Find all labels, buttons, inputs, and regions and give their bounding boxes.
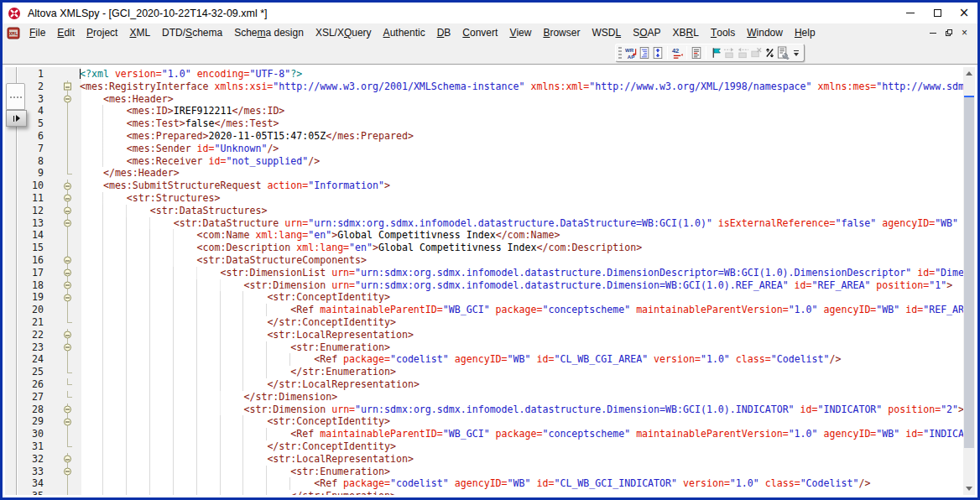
text-view-settings-button[interactable]	[776, 45, 790, 60]
code-line[interactable]: 9 </mes:Header>	[18, 167, 963, 180]
code-text[interactable]: <str:LocalRepresentation>	[80, 329, 963, 341]
fold-toggle-icon[interactable]	[64, 257, 71, 264]
document-close-button[interactable]: ×	[957, 26, 972, 39]
code-text[interactable]: <str:DataStructureComponents>	[80, 254, 963, 267]
menu-convert[interactable]: Convert	[456, 23, 503, 42]
code-line[interactable]: 18 <str:Dimension urn="urn:sdmx:org.sdmx…	[18, 279, 963, 292]
toggle-folds-button[interactable]	[763, 45, 776, 60]
wrap-column-button[interactable]	[651, 45, 665, 60]
menu-wsdl[interactable]: WSDL	[586, 23, 627, 42]
code-text[interactable]: <mes:Prepared>2020-11-05T15:47:05Z</mes:…	[80, 130, 963, 143]
fold-toggle-icon[interactable]	[64, 418, 71, 425]
code-line[interactable]: 16 <str:DataStructureComponents>	[18, 254, 963, 267]
fold-toggle-icon[interactable]	[64, 281, 71, 289]
code-line[interactable]: 33 <str:Enumeration>	[18, 466, 963, 478]
fold-toggle-icon[interactable]	[64, 405, 71, 413]
code-line[interactable]: 28 <str:Dimension urn="urn:sdmx:org.sdmx…	[18, 404, 963, 416]
menu-view[interactable]: View	[503, 23, 537, 42]
code-text[interactable]: <mes:Sender id="Unknown"/>	[80, 143, 963, 155]
pretty-print-button[interactable]	[638, 45, 651, 60]
document-minimize-button[interactable]	[925, 26, 941, 39]
fold-toggle-icon[interactable]	[64, 456, 71, 463]
code-line[interactable]: 25 </str:Enumeration>	[18, 366, 963, 378]
fold-toggle-icon[interactable]	[64, 219, 71, 227]
code-line[interactable]: 1<?xml version="1.0" encoding="UTF-8"?>	[18, 68, 963, 81]
code-text[interactable]: <str:Structures>	[80, 192, 963, 205]
code-text[interactable]: <Ref maintainableParentID="WB_GCI" packa…	[80, 304, 963, 316]
code-text[interactable]: <mes:Receiver id="not_supplied"/>	[80, 155, 963, 168]
code-line[interactable]: 23 <str:Enumeration>	[18, 341, 963, 354]
indent-guides-button[interactable]	[690, 45, 703, 60]
fold-toggle-icon[interactable]	[64, 195, 71, 202]
code-text[interactable]: </str:ConceptIdentity>	[80, 440, 963, 453]
expand-panel-button[interactable]	[6, 110, 27, 127]
fold-toggle-icon[interactable]	[64, 294, 71, 301]
dock-grip[interactable]	[6, 83, 25, 110]
code-text[interactable]: <str:Dimension urn="urn:sdmx:org.sdmx.in…	[80, 404, 963, 416]
menu-db[interactable]: DB	[431, 23, 457, 42]
code-line[interactable]: 15 <com:Description xml:lang="en">Global…	[18, 242, 963, 254]
code-line[interactable]: 4 <mes:ID>IREF912211</mes:ID>	[18, 105, 963, 117]
code-line[interactable]: 14 <com:Name xml:lang="en">Global Compet…	[18, 229, 963, 242]
code-text[interactable]: <str:DimensionList urn="urn:sdmx:org.sdm…	[80, 267, 963, 279]
toolbar-overflow-button[interactable]	[791, 45, 800, 60]
fold-toggle-icon[interactable]	[64, 343, 71, 351]
scroll-up-button[interactable]	[963, 67, 975, 80]
code-line[interactable]: 27 </str:Dimension>	[18, 391, 963, 404]
code-line[interactable]: 19 <str:ConceptIdentity>	[18, 291, 963, 304]
code-text[interactable]: <Ref package="codelist" agencyID="WB" id…	[80, 477, 963, 490]
code-line[interactable]: 2<mes:RegistryInterface xmlns:xsi="http:…	[18, 81, 963, 93]
code-text[interactable]: <mes:RegistryInterface xmlns:xsi="http:/…	[80, 81, 963, 93]
fold-toggle-icon[interactable]	[64, 467, 71, 475]
menu-file[interactable]: File	[23, 23, 51, 42]
word-wrap-button[interactable]: WRAP	[624, 45, 638, 60]
fold-toggle-icon[interactable]	[64, 95, 71, 102]
code-text[interactable]: <mes:SubmitStructureRequest action="Info…	[80, 180, 963, 192]
code-text[interactable]: </str:Enumeration>	[80, 490, 963, 495]
menu-xsl-xquery[interactable]: XSL/XQuery	[310, 23, 378, 42]
code-text[interactable]: </mes:Header>	[80, 167, 963, 180]
code-line[interactable]: 22 <str:LocalRepresentation>	[18, 329, 963, 341]
fold-toggle-icon[interactable]	[64, 207, 71, 215]
code-text[interactable]: <mes:Test>false</mes:Test>	[80, 117, 963, 130]
code-line[interactable]: 21 </str:ConceptIdentity>	[18, 316, 963, 329]
fold-toggle-icon[interactable]	[64, 331, 71, 339]
code-line[interactable]: 20 <Ref maintainableParentID="WB_GCI" pa…	[18, 304, 963, 316]
code-line[interactable]: 34 <Ref package="codelist" agencyID="WB"…	[18, 477, 963, 490]
code-text[interactable]: </str:Enumeration>	[80, 366, 963, 378]
scroll-down-button[interactable]	[963, 482, 975, 495]
code-line[interactable]: 24 <Ref package="codelist" agencyID="WB"…	[18, 353, 963, 366]
code-line[interactable]: 7 <mes:Sender id="Unknown"/>	[18, 143, 963, 155]
minimize-button[interactable]	[897, 4, 924, 23]
code-line[interactable]: 26 </str:LocalRepresentation>	[18, 378, 963, 391]
code-line[interactable]: 5 <mes:Test>false</mes:Test>	[18, 117, 963, 130]
code-text[interactable]: <str:Enumeration>	[80, 466, 963, 478]
code-text[interactable]: <str:DataStructures>	[80, 205, 963, 217]
menu-schema-design[interactable]: Schema design	[228, 23, 310, 42]
menu-xml[interactable]: XML	[123, 23, 156, 42]
code-text[interactable]: <mes:ID>IREF912211</mes:ID>	[80, 105, 963, 117]
code-line[interactable]: 29 <str:ConceptIdentity>	[18, 415, 963, 428]
insert-bookmark-button[interactable]	[709, 45, 722, 60]
code-text[interactable]: <Ref package="codelist" agencyID="WB" id…	[80, 353, 963, 366]
code-line[interactable]: 13 <str:DataStructure urn="urn:sdmx:org.…	[18, 217, 963, 230]
code-text[interactable]: <Ref maintainableParentID="WB_GCI" packa…	[80, 428, 963, 440]
code-text[interactable]: <com:Name xml:lang="en">Global Competiti…	[80, 229, 963, 242]
scrollbar-thumb[interactable]	[964, 96, 974, 448]
code-text[interactable]: <str:ConceptIdentity>	[80, 291, 963, 304]
code-text[interactable]: <str:ConceptIdentity>	[80, 415, 963, 428]
code-line[interactable]: 30 <Ref maintainableParentID="WB_GCI" pa…	[18, 428, 963, 440]
menu-tools[interactable]: Tools	[705, 23, 741, 42]
menu-edit[interactable]: Edit	[51, 23, 81, 42]
code-line[interactable]: 31 </str:ConceptIdentity>	[18, 440, 963, 453]
document-restore-button[interactable]	[941, 26, 957, 39]
code-line[interactable]: 17 <str:DimensionList urn="urn:sdmx:org.…	[18, 267, 963, 279]
menu-help[interactable]: Help	[789, 23, 821, 42]
code-text[interactable]: </str:LocalRepresentation>	[80, 378, 963, 391]
code-line[interactable]: 10 <mes:SubmitStructureRequest action="I…	[18, 180, 963, 192]
menu-dtd-schema[interactable]: DTD/Schema	[156, 23, 228, 42]
close-button[interactable]: ×	[951, 4, 977, 23]
code-line[interactable]: 3 <mes:Header>	[18, 93, 963, 106]
code-text[interactable]: </str:ConceptIdentity>	[80, 316, 963, 329]
fold-toggle-icon[interactable]	[64, 182, 71, 190]
